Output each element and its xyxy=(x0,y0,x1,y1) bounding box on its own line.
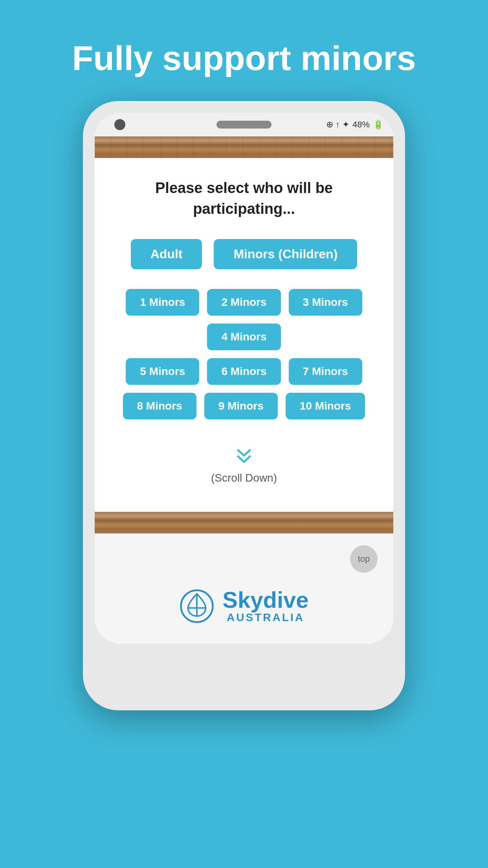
4-minors-button[interactable]: 4 Minors xyxy=(207,324,281,350)
6-minors-button[interactable]: 6 Minors xyxy=(207,358,281,385)
minors-row-1: 1 Minors 2 Minors 3 Minors xyxy=(126,289,362,316)
skydive-logo-icon xyxy=(179,588,215,624)
phone-speaker xyxy=(216,121,272,129)
select-participants-prompt: Please select who will be participating.… xyxy=(110,178,378,219)
skydive-logo: Skydive AUSTRALIA xyxy=(110,588,378,624)
wood-header-texture xyxy=(95,136,393,158)
3-minors-button[interactable]: 3 Minors xyxy=(289,289,362,316)
status-bar: ⊕ ↑ ✦ 48% 🔋 xyxy=(326,120,383,130)
page-title: Fully support minors xyxy=(48,39,439,77)
10-minors-button[interactable]: 10 Minors xyxy=(286,393,365,419)
participant-type-buttons: Adult Minors (Children) xyxy=(131,239,358,269)
skydive-name-label: Skydive xyxy=(222,588,308,611)
scroll-down-indicator: (Scroll Down) xyxy=(211,447,277,484)
battery-level: 48% xyxy=(352,120,370,130)
scroll-down-text: (Scroll Down) xyxy=(211,472,277,484)
chevron-down-icon xyxy=(234,447,254,468)
minors-row-3: 5 Minors 6 Minors 7 Minors xyxy=(126,358,362,385)
wood-footer-texture xyxy=(95,512,393,533)
phone-top-bar: ⊕ ↑ ✦ 48% 🔋 xyxy=(95,113,393,136)
minors-count-grid: 1 Minors 2 Minors 3 Minors 4 Minors 5 Mi… xyxy=(110,289,378,419)
7-minors-button[interactable]: 7 Minors xyxy=(289,358,362,385)
minors-children-button[interactable]: Minors (Children) xyxy=(214,239,357,269)
9-minors-button[interactable]: 9 Minors xyxy=(204,393,278,419)
phone-frame: ⊕ ↑ ✦ 48% 🔋 Please select who will be pa… xyxy=(83,101,405,710)
2-minors-button[interactable]: 2 Minors xyxy=(207,289,281,316)
minors-row-2: 4 Minors xyxy=(207,324,281,350)
adult-button[interactable]: Adult xyxy=(131,239,202,269)
screen-content: Please select who will be participating.… xyxy=(95,158,393,512)
minors-row-4: 8 Minors 9 Minors 10 Minors xyxy=(123,393,365,419)
top-scroll-button[interactable]: top xyxy=(350,545,378,573)
status-icons: ⊕ ↑ ✦ xyxy=(326,120,349,130)
skydive-brand-text: Skydive AUSTRALIA xyxy=(222,588,308,624)
1-minors-button[interactable]: 1 Minors xyxy=(126,289,199,316)
skydive-subtitle-label: AUSTRALIA xyxy=(222,611,308,624)
5-minors-button[interactable]: 5 Minors xyxy=(126,358,199,385)
battery-icon: 🔋 xyxy=(373,120,383,130)
phone-camera-icon xyxy=(114,119,125,130)
phone-bottom-section: top Skydive AUSTRALIA xyxy=(95,533,393,644)
8-minors-button[interactable]: 8 Minors xyxy=(123,393,196,419)
phone-screen: ⊕ ↑ ✦ 48% 🔋 Please select who will be pa… xyxy=(95,113,393,644)
